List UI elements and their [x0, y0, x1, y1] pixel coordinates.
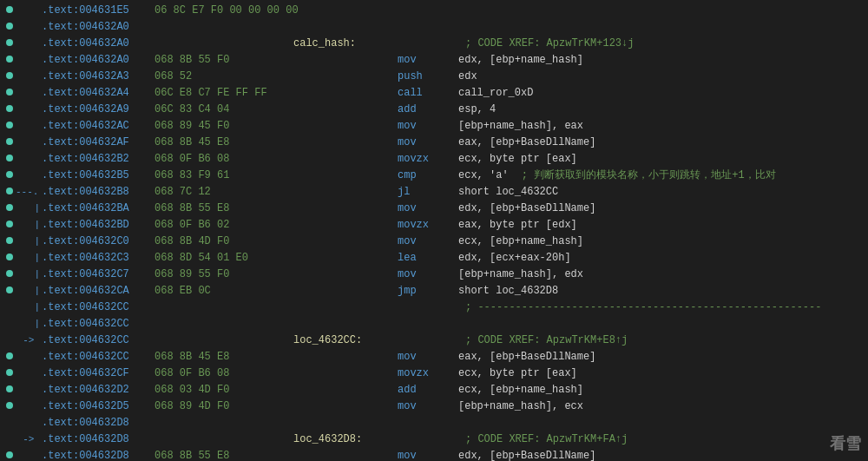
operands: eax, byte ptr [edx] [458, 219, 865, 231]
table-row[interactable]: |.text:004632BD068 0F B6 02movzxeax, byt… [0, 216, 868, 233]
table-row[interactable]: -> .text:004632CCloc_4632CC: ; CODE XREF… [0, 332, 868, 348]
line-indicator [3, 202, 16, 214]
table-row[interactable]: .text:004632CF068 0F B6 08movzxecx, byte… [0, 365, 868, 381]
table-row[interactable]: .text:004632B5068 83 F9 61cmpecx, 'a' ; … [0, 167, 868, 183]
table-row[interactable]: |.text:004632CA068 EB 0Cjmpshort loc_463… [0, 282, 868, 299]
bytes: 068 8B 55 F0 [155, 54, 293, 66]
mnemonic: cmp [398, 169, 458, 181]
mnemonic: add [398, 103, 458, 115]
table-row[interactable]: .text:004632D8 [0, 414, 868, 431]
table-row[interactable]: |.text:004632C0068 8B 4D F0movecx, [ebp+… [0, 233, 868, 249]
operands: ecx, byte ptr [eax] [458, 367, 865, 379]
address: .text:004632A0 [42, 54, 155, 66]
bytes: 068 0F B6 08 [155, 153, 293, 165]
table-row[interactable]: |.text:004632CC ; ----------------------… [0, 299, 868, 315]
bytes: 068 52 [155, 70, 293, 82]
bytes: 068 89 55 F0 [155, 268, 293, 280]
bytes: 068 7C 12 [155, 186, 293, 198]
table-row[interactable]: .text:004632A3068 52pushedx [0, 68, 868, 84]
table-row[interactable]: .text:004632A0 [0, 18, 868, 35]
bytes: 068 EB 0C [155, 285, 293, 297]
code-view: .text:004631E506 8C E7 F0 00 00 00 00.te… [0, 0, 868, 461]
table-row[interactable]: .text:004632A0calc_hash: ; CODE XREF: Ap… [0, 35, 868, 51]
mnemonic: mov [398, 351, 458, 363]
bytes: 068 0F B6 08 [155, 367, 293, 379]
flow-bracket: | [16, 302, 42, 313]
address: .text:004632A3 [42, 70, 155, 82]
table-row[interactable]: .text:004632AC068 89 45 F0mov[ebp+name_h… [0, 117, 868, 134]
mnemonic: mov [398, 235, 458, 247]
table-row[interactable]: .text:004632B2068 0F B6 08movzxecx, byte… [0, 150, 868, 167]
mnemonic: lea [398, 252, 458, 264]
line-indicator [3, 169, 16, 181]
address: .text:004632AF [42, 136, 155, 148]
table-row[interactable]: .text:004632A906C 83 C4 04addesp, 4 [0, 101, 868, 117]
watermark: 看雪 [830, 433, 861, 454]
flow-bracket: | [16, 220, 42, 230]
address: .text:004632D8 [42, 417, 155, 429]
address: .text:004632C7 [42, 268, 155, 280]
bytes: 068 8B 55 E8 [155, 202, 293, 214]
mnemonic: mov [398, 120, 458, 132]
operands: ; CODE XREF: ApzwTrKM+E8↑j [458, 334, 865, 346]
mnemonic: mov [398, 450, 458, 462]
mnemonic: jmp [398, 285, 458, 297]
address: .text:004632A4 [42, 87, 155, 99]
mnemonic: mov [398, 400, 458, 412]
table-row[interactable]: ---. .text:004632B8068 7C 12jlshort loc_… [0, 183, 868, 200]
address: .text:004632BD [42, 219, 155, 231]
table-row[interactable]: .text:004632A0068 8B 55 F0movedx, [ebp+n… [0, 51, 868, 68]
mnemonic: call [398, 87, 458, 99]
table-row[interactable]: |.text:004632BA068 8B 55 E8movedx, [ebp+… [0, 200, 868, 216]
line-indicator [3, 54, 16, 66]
table-row[interactable]: .text:004632A406C E8 C7 FE FF FFcallcall… [0, 84, 868, 101]
table-row[interactable]: .text:004632CC068 8B 45 E8moveax, [ebp+B… [0, 348, 868, 365]
bytes: 068 8B 45 E8 [155, 351, 293, 363]
table-row[interactable]: |.text:004632C7068 89 55 F0mov[ebp+name_… [0, 266, 868, 282]
table-row[interactable]: |.text:004632CC [0, 315, 868, 332]
operands: esp, 4 [458, 103, 865, 115]
line-indicator [3, 186, 16, 198]
line-indicator [3, 87, 16, 99]
label: loc_4632D8: [293, 433, 398, 445]
table-row[interactable]: .text:004632AF068 8B 45 E8moveax, [ebp+B… [0, 134, 868, 150]
line-indicator [3, 384, 16, 396]
address: .text:004632CA [42, 285, 155, 297]
operands: ecx, 'a' ; 判断获取到的模块名称，小于则跳转，地址+1，比对 [458, 168, 865, 182]
operands: eax, [ebp+BaseDllName] [458, 136, 865, 148]
mnemonic: mov [398, 136, 458, 148]
address: .text:004632C0 [42, 235, 155, 247]
bytes: 068 8B 4D F0 [155, 235, 293, 247]
bytes: 068 83 F9 61 [155, 169, 293, 181]
address: .text:004631E5 [42, 4, 155, 16]
operands: call_ror_0xD [458, 87, 865, 99]
table-row[interactable]: |.text:004632C3068 8D 54 01 E0leaedx, [e… [0, 249, 868, 266]
table-row[interactable]: .text:004632D8068 8B 55 E8movedx, [ebp+B… [0, 447, 868, 461]
line-indicator [3, 120, 16, 132]
operands: [ebp+name_hash], eax [458, 120, 865, 132]
address: .text:004632CC [42, 318, 155, 330]
mnemonic: movzx [398, 367, 458, 379]
operands: short loc_4632D8 [458, 285, 865, 297]
operands: [ebp+name_hash], edx [458, 268, 865, 280]
table-row[interactable]: .text:004632D5068 89 4D F0mov[ebp+name_h… [0, 398, 868, 414]
flow-bracket: | [16, 319, 42, 329]
operands: edx, [ebp+BaseDllName] [458, 202, 865, 214]
operands: edx, [ecx+eax-20h] [458, 252, 865, 264]
line-indicator [3, 268, 16, 280]
operands: eax, [ebp+BaseDllName] [458, 351, 865, 363]
flow-bracket: | [16, 253, 42, 263]
mnemonic: push [398, 70, 458, 82]
flow-bracket: ---. [16, 187, 42, 197]
flow-bracket: | [16, 269, 42, 280]
table-row[interactable]: .text:004631E506 8C E7 F0 00 00 00 00 [0, 2, 868, 18]
mnemonic: mov [398, 268, 458, 280]
mnemonic: jl [398, 186, 458, 198]
comment: ; CODE XREF: ApzwTrKM+123↓j [458, 37, 634, 49]
line-indicator [3, 153, 16, 165]
table-row[interactable]: .text:004632D2068 03 4D F0addecx, [ebp+n… [0, 381, 868, 398]
table-row[interactable]: -> .text:004632D8loc_4632D8: ; CODE XREF… [0, 431, 868, 447]
bytes: 068 0F B6 02 [155, 219, 293, 231]
operands: ; --------------------------------------… [458, 301, 865, 313]
line-indicator [3, 450, 16, 462]
